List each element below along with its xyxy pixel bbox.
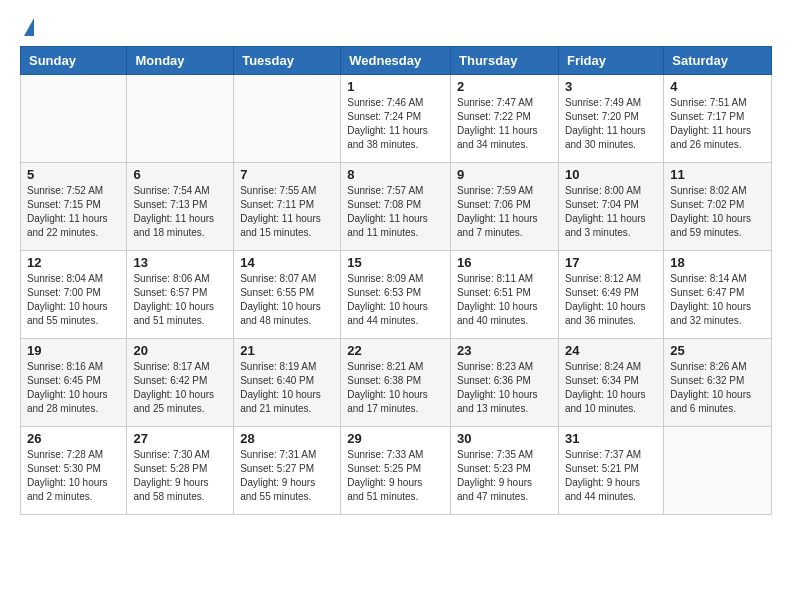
day-number: 4: [670, 79, 765, 94]
day-info: Sunrise: 8:12 AM Sunset: 6:49 PM Dayligh…: [565, 272, 657, 328]
day-number: 8: [347, 167, 444, 182]
day-number: 15: [347, 255, 444, 270]
calendar-week-4: 19Sunrise: 8:16 AM Sunset: 6:45 PM Dayli…: [21, 339, 772, 427]
weekday-header-monday: Monday: [127, 47, 234, 75]
calendar-cell: 6Sunrise: 7:54 AM Sunset: 7:13 PM Daylig…: [127, 163, 234, 251]
calendar-cell: 15Sunrise: 8:09 AM Sunset: 6:53 PM Dayli…: [341, 251, 451, 339]
day-info: Sunrise: 8:04 AM Sunset: 7:00 PM Dayligh…: [27, 272, 120, 328]
day-info: Sunrise: 8:24 AM Sunset: 6:34 PM Dayligh…: [565, 360, 657, 416]
calendar-cell: 20Sunrise: 8:17 AM Sunset: 6:42 PM Dayli…: [127, 339, 234, 427]
day-number: 26: [27, 431, 120, 446]
day-number: 20: [133, 343, 227, 358]
day-info: Sunrise: 8:21 AM Sunset: 6:38 PM Dayligh…: [347, 360, 444, 416]
day-info: Sunrise: 7:57 AM Sunset: 7:08 PM Dayligh…: [347, 184, 444, 240]
calendar-cell: 7Sunrise: 7:55 AM Sunset: 7:11 PM Daylig…: [234, 163, 341, 251]
day-number: 19: [27, 343, 120, 358]
calendar-week-1: 1Sunrise: 7:46 AM Sunset: 7:24 PM Daylig…: [21, 75, 772, 163]
calendar-cell: 25Sunrise: 8:26 AM Sunset: 6:32 PM Dayli…: [664, 339, 772, 427]
calendar-cell: 4Sunrise: 7:51 AM Sunset: 7:17 PM Daylig…: [664, 75, 772, 163]
day-number: 5: [27, 167, 120, 182]
day-info: Sunrise: 8:02 AM Sunset: 7:02 PM Dayligh…: [670, 184, 765, 240]
day-number: 6: [133, 167, 227, 182]
calendar-cell: 9Sunrise: 7:59 AM Sunset: 7:06 PM Daylig…: [451, 163, 559, 251]
day-info: Sunrise: 8:14 AM Sunset: 6:47 PM Dayligh…: [670, 272, 765, 328]
calendar-cell: 23Sunrise: 8:23 AM Sunset: 6:36 PM Dayli…: [451, 339, 559, 427]
day-info: Sunrise: 8:11 AM Sunset: 6:51 PM Dayligh…: [457, 272, 552, 328]
day-number: 21: [240, 343, 334, 358]
weekday-header-sunday: Sunday: [21, 47, 127, 75]
calendar-cell: 24Sunrise: 8:24 AM Sunset: 6:34 PM Dayli…: [558, 339, 663, 427]
calendar-cell: [234, 75, 341, 163]
day-number: 3: [565, 79, 657, 94]
day-info: Sunrise: 8:23 AM Sunset: 6:36 PM Dayligh…: [457, 360, 552, 416]
calendar-cell: 11Sunrise: 8:02 AM Sunset: 7:02 PM Dayli…: [664, 163, 772, 251]
day-info: Sunrise: 7:54 AM Sunset: 7:13 PM Dayligh…: [133, 184, 227, 240]
day-number: 2: [457, 79, 552, 94]
day-info: Sunrise: 8:19 AM Sunset: 6:40 PM Dayligh…: [240, 360, 334, 416]
day-info: Sunrise: 7:31 AM Sunset: 5:27 PM Dayligh…: [240, 448, 334, 504]
day-info: Sunrise: 7:59 AM Sunset: 7:06 PM Dayligh…: [457, 184, 552, 240]
weekday-header-friday: Friday: [558, 47, 663, 75]
day-info: Sunrise: 7:49 AM Sunset: 7:20 PM Dayligh…: [565, 96, 657, 152]
calendar-cell: 30Sunrise: 7:35 AM Sunset: 5:23 PM Dayli…: [451, 427, 559, 515]
day-info: Sunrise: 7:37 AM Sunset: 5:21 PM Dayligh…: [565, 448, 657, 504]
logo: [20, 16, 34, 36]
day-number: 24: [565, 343, 657, 358]
page-container: SundayMondayTuesdayWednesdayThursdayFrid…: [0, 0, 792, 525]
day-number: 29: [347, 431, 444, 446]
weekday-header-thursday: Thursday: [451, 47, 559, 75]
day-number: 12: [27, 255, 120, 270]
day-number: 1: [347, 79, 444, 94]
calendar-cell: 1Sunrise: 7:46 AM Sunset: 7:24 PM Daylig…: [341, 75, 451, 163]
calendar-cell: 31Sunrise: 7:37 AM Sunset: 5:21 PM Dayli…: [558, 427, 663, 515]
calendar-week-5: 26Sunrise: 7:28 AM Sunset: 5:30 PM Dayli…: [21, 427, 772, 515]
day-info: Sunrise: 7:46 AM Sunset: 7:24 PM Dayligh…: [347, 96, 444, 152]
day-number: 25: [670, 343, 765, 358]
day-info: Sunrise: 7:51 AM Sunset: 7:17 PM Dayligh…: [670, 96, 765, 152]
weekday-header-tuesday: Tuesday: [234, 47, 341, 75]
calendar-week-3: 12Sunrise: 8:04 AM Sunset: 7:00 PM Dayli…: [21, 251, 772, 339]
calendar-cell: 28Sunrise: 7:31 AM Sunset: 5:27 PM Dayli…: [234, 427, 341, 515]
calendar-cell: 14Sunrise: 8:07 AM Sunset: 6:55 PM Dayli…: [234, 251, 341, 339]
calendar-cell: 18Sunrise: 8:14 AM Sunset: 6:47 PM Dayli…: [664, 251, 772, 339]
day-number: 23: [457, 343, 552, 358]
calendar-cell: 16Sunrise: 8:11 AM Sunset: 6:51 PM Dayli…: [451, 251, 559, 339]
calendar-cell: 5Sunrise: 7:52 AM Sunset: 7:15 PM Daylig…: [21, 163, 127, 251]
calendar-cell: 26Sunrise: 7:28 AM Sunset: 5:30 PM Dayli…: [21, 427, 127, 515]
weekday-header-wednesday: Wednesday: [341, 47, 451, 75]
day-info: Sunrise: 7:55 AM Sunset: 7:11 PM Dayligh…: [240, 184, 334, 240]
day-info: Sunrise: 8:16 AM Sunset: 6:45 PM Dayligh…: [27, 360, 120, 416]
page-header: [20, 16, 772, 36]
calendar-cell: 8Sunrise: 7:57 AM Sunset: 7:08 PM Daylig…: [341, 163, 451, 251]
calendar-cell: 2Sunrise: 7:47 AM Sunset: 7:22 PM Daylig…: [451, 75, 559, 163]
calendar-cell: 19Sunrise: 8:16 AM Sunset: 6:45 PM Dayli…: [21, 339, 127, 427]
calendar-cell: [664, 427, 772, 515]
day-number: 9: [457, 167, 552, 182]
day-info: Sunrise: 7:35 AM Sunset: 5:23 PM Dayligh…: [457, 448, 552, 504]
calendar-cell: 21Sunrise: 8:19 AM Sunset: 6:40 PM Dayli…: [234, 339, 341, 427]
calendar-table: SundayMondayTuesdayWednesdayThursdayFrid…: [20, 46, 772, 515]
calendar-cell: 13Sunrise: 8:06 AM Sunset: 6:57 PM Dayli…: [127, 251, 234, 339]
day-info: Sunrise: 7:28 AM Sunset: 5:30 PM Dayligh…: [27, 448, 120, 504]
day-info: Sunrise: 8:17 AM Sunset: 6:42 PM Dayligh…: [133, 360, 227, 416]
calendar-cell: [127, 75, 234, 163]
calendar-cell: 10Sunrise: 8:00 AM Sunset: 7:04 PM Dayli…: [558, 163, 663, 251]
day-number: 13: [133, 255, 227, 270]
day-number: 10: [565, 167, 657, 182]
day-number: 7: [240, 167, 334, 182]
day-info: Sunrise: 7:47 AM Sunset: 7:22 PM Dayligh…: [457, 96, 552, 152]
weekday-header-saturday: Saturday: [664, 47, 772, 75]
day-number: 11: [670, 167, 765, 182]
day-number: 28: [240, 431, 334, 446]
day-number: 17: [565, 255, 657, 270]
day-number: 22: [347, 343, 444, 358]
calendar-cell: 29Sunrise: 7:33 AM Sunset: 5:25 PM Dayli…: [341, 427, 451, 515]
day-number: 30: [457, 431, 552, 446]
calendar-cell: 17Sunrise: 8:12 AM Sunset: 6:49 PM Dayli…: [558, 251, 663, 339]
day-info: Sunrise: 7:30 AM Sunset: 5:28 PM Dayligh…: [133, 448, 227, 504]
day-info: Sunrise: 8:09 AM Sunset: 6:53 PM Dayligh…: [347, 272, 444, 328]
day-number: 27: [133, 431, 227, 446]
day-number: 14: [240, 255, 334, 270]
day-number: 31: [565, 431, 657, 446]
calendar-cell: 12Sunrise: 8:04 AM Sunset: 7:00 PM Dayli…: [21, 251, 127, 339]
